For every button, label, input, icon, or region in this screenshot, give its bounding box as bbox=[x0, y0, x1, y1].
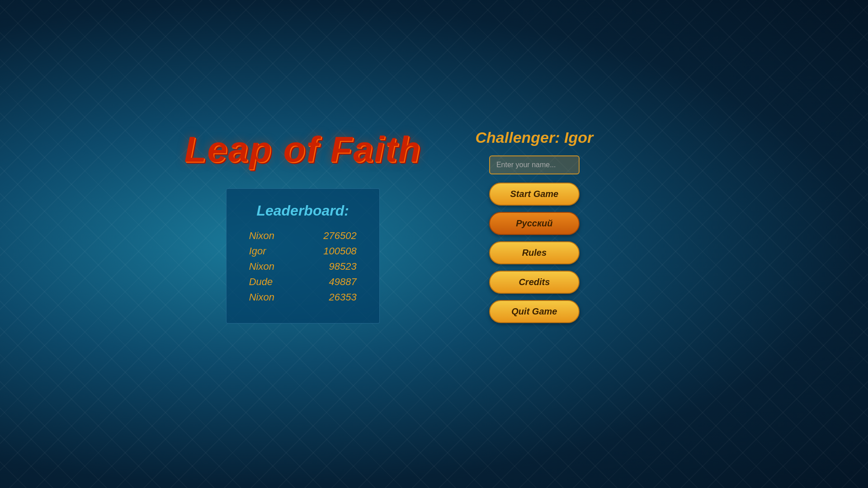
player-name: Nixon bbox=[249, 261, 274, 272]
left-section: Leap of Faith Leaderboard: Nixon 276502 … bbox=[184, 129, 421, 324]
challenger-label: Challenger: Igor bbox=[476, 129, 594, 146]
start-game-button[interactable]: Start Game bbox=[489, 183, 580, 206]
table-row: Nixon 276502 bbox=[249, 228, 357, 244]
name-input[interactable] bbox=[489, 155, 580, 174]
right-section: Challenger: Igor Start Game Русский Rule… bbox=[476, 129, 594, 323]
rules-button[interactable]: Rules bbox=[489, 241, 580, 264]
player-name: Nixon bbox=[249, 230, 274, 242]
player-name: Nixon bbox=[249, 291, 274, 303]
game-title: Leap of Faith bbox=[184, 129, 421, 170]
player-score: 98523 bbox=[329, 261, 356, 272]
player-score: 100508 bbox=[323, 245, 356, 257]
player-name: Igor bbox=[249, 245, 266, 257]
leaderboard-panel: Leaderboard: Nixon 276502 Igor 100508 Ni… bbox=[226, 188, 380, 324]
table-row: Igor 100508 bbox=[249, 244, 357, 259]
player-score: 26353 bbox=[329, 291, 356, 303]
main-container: Leap of Faith Leaderboard: Nixon 276502 … bbox=[0, 0, 868, 488]
credits-button[interactable]: Credits bbox=[489, 271, 580, 294]
table-row: Nixon 26353 bbox=[249, 290, 357, 305]
leaderboard-title: Leaderboard: bbox=[249, 202, 357, 219]
quit-game-button[interactable]: Quit Game bbox=[489, 300, 580, 323]
player-name: Dude bbox=[249, 276, 273, 288]
player-score: 276502 bbox=[323, 230, 356, 242]
russian-language-button[interactable]: Русский bbox=[489, 212, 580, 235]
table-row: Nixon 98523 bbox=[249, 259, 357, 274]
table-row: Dude 49887 bbox=[249, 274, 357, 290]
content-area: Leap of Faith Leaderboard: Nixon 276502 … bbox=[184, 129, 593, 324]
player-score: 49887 bbox=[329, 276, 356, 288]
